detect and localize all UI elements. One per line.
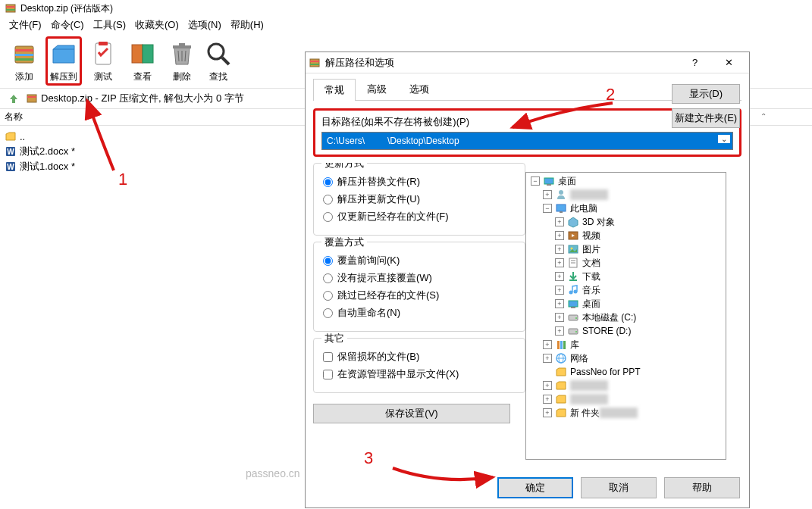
radio-skip-existing[interactable]: 跳过已经存在的文件(S)	[323, 289, 516, 302]
svg-point-47	[575, 331, 577, 333]
tree-item[interactable]: +文档	[528, 256, 724, 270]
toolbar-extract-to[interactable]: 解压到	[45, 36, 82, 86]
radio-no-prompt-overwrite[interactable]: 没有提示直接覆盖(W)	[323, 271, 516, 285]
column-name[interactable]: 名称	[5, 111, 114, 123]
menu-help[interactable]: 帮助(H)	[226, 17, 268, 33]
tree-expand-icon[interactable]: +	[555, 272, 564, 281]
watermark: passneo.cn	[246, 467, 300, 479]
tree-expand-icon[interactable]: +	[555, 245, 564, 254]
menu-tools[interactable]: 工具(S)	[89, 17, 130, 33]
svg-rect-2	[6, 9, 15, 11]
svg-rect-4	[15, 49, 33, 52]
music-icon	[567, 284, 579, 296]
desktop-icon	[543, 175, 555, 187]
menu-command[interactable]: 命令(C)	[46, 17, 89, 33]
tree-item[interactable]: +下载	[528, 270, 724, 283]
target-path-input[interactable]	[321, 132, 733, 150]
tree-expand-icon[interactable]: +	[555, 258, 564, 267]
svg-rect-50	[563, 341, 566, 349]
path-dropdown-icon[interactable]: ⌄	[718, 135, 730, 143]
save-settings-button[interactable]: 保存设置(V)	[313, 404, 510, 423]
display-button[interactable]: 显示(D)	[672, 84, 740, 104]
tree-expand-icon[interactable]: +	[555, 231, 564, 240]
tree-collapse-icon[interactable]: −	[531, 176, 540, 186]
tree-item[interactable]: +	[528, 379, 724, 392]
tree-item[interactable]: +新 件夹	[528, 406, 724, 420]
tree-item[interactable]: −此电脑	[528, 201, 724, 215]
dialog-title: 解压路径和选项	[325, 56, 678, 70]
radio-ask-overwrite[interactable]: 覆盖前询问(K)	[323, 254, 516, 267]
tree-expand-icon[interactable]: +	[543, 190, 552, 199]
tree-item[interactable]: +网络	[528, 351, 724, 365]
menu-file[interactable]: 文件(F)	[5, 17, 46, 33]
svg-rect-48	[557, 341, 560, 349]
ok-button[interactable]: 确定	[497, 477, 573, 498]
path-text: Desktop.zip - ZIP 压缩文件, 解包大小为 0 字节	[41, 92, 244, 105]
tree-expand-icon[interactable]: +	[543, 381, 552, 390]
tree-collapse-icon[interactable]: −	[543, 204, 552, 213]
tree-item[interactable]: −桌面	[528, 174, 724, 188]
tab-options[interactable]: 选项	[398, 78, 440, 100]
svg-rect-8	[99, 42, 108, 45]
tree-item[interactable]: +库	[528, 338, 724, 351]
tree-expand-icon[interactable]: +	[555, 326, 564, 336]
up-icon[interactable]	[8, 92, 20, 105]
svg-rect-43	[571, 307, 575, 308]
svg-rect-6	[15, 58, 33, 61]
folder-tree[interactable]: −桌面+−此电脑+3D 对象+视频+图片+文档+下载+音乐+桌面+本地磁盘 (C…	[525, 172, 726, 460]
tree-expand-icon[interactable]: +	[555, 313, 564, 322]
tab-advanced[interactable]: 高级	[356, 78, 398, 100]
word-icon: W	[5, 145, 17, 158]
toolbar-view[interactable]: 查看	[124, 36, 161, 86]
svg-rect-25	[310, 61, 319, 62]
check-keep-broken[interactable]: 保留损坏的文件(B)	[323, 350, 516, 364]
update-mode-group: 更新方式 解压并替换文件(R) 解压并更新文件(U) 仅更新已经存在的文件(F)	[313, 163, 525, 236]
tree-item[interactable]: +音乐	[528, 283, 724, 297]
toolbar-delete[interactable]: 删除	[164, 36, 200, 86]
tree-item[interactable]: +视频	[528, 229, 724, 242]
cancel-button[interactable]: 取消	[581, 477, 657, 498]
tree-expand-icon[interactable]: +	[543, 354, 552, 363]
tree-item[interactable]: PassNeo for PPT	[528, 365, 724, 379]
dialog-close-button[interactable]: ✕	[712, 52, 746, 73]
other-options-group: 其它 保留损坏的文件(B) 在资源管理器中显示文件(X)	[313, 338, 525, 393]
folder-icon	[555, 407, 567, 419]
toolbar-add[interactable]: 添加	[6, 36, 42, 86]
radio-update-existing[interactable]: 仅更新已经存在的文件(F)	[323, 210, 516, 223]
folder-icon	[555, 379, 567, 392]
overwrite-mode-group: 覆盖方式 覆盖前询问(K) 没有提示直接覆盖(W) 跳过已经存在的文件(S) 自…	[313, 242, 525, 332]
desktop-icon	[567, 298, 579, 310]
check-show-explorer[interactable]: 在资源管理器中显示文件(X)	[323, 367, 516, 381]
menu-favorites[interactable]: 收藏夹(O)	[130, 17, 183, 33]
svg-point-41	[574, 290, 578, 294]
radio-auto-rename[interactable]: 自动重命名(N)	[323, 306, 516, 320]
svg-rect-0	[6, 5, 15, 12]
menu-options[interactable]: 选项(N)	[183, 17, 226, 33]
tree-expand-icon[interactable]: +	[555, 286, 564, 295]
dialog-help-button[interactable]: ?	[678, 52, 712, 73]
tree-item[interactable]: +	[528, 392, 724, 406]
help-button[interactable]: 帮助	[664, 477, 740, 498]
svg-rect-24	[310, 59, 319, 67]
3d-icon	[567, 216, 579, 228]
tree-item[interactable]: +	[528, 188, 724, 201]
tree-expand-icon[interactable]: +	[543, 340, 552, 349]
tab-general[interactable]: 常规	[313, 79, 356, 101]
tree-item[interactable]: +图片	[528, 242, 724, 256]
pc-icon	[555, 202, 567, 214]
tree-expand-icon[interactable]: +	[555, 299, 564, 308]
new-folder-button[interactable]: 新建文件夹(E)	[672, 108, 740, 128]
toolbar-test[interactable]: 测试	[85, 36, 121, 86]
tree-item[interactable]: +3D 对象	[528, 215, 724, 229]
tree-item[interactable]: +本地磁盘 (C:)	[528, 311, 724, 324]
tree-expand-icon[interactable]: +	[543, 408, 552, 417]
tree-expand-icon[interactable]: +	[543, 395, 552, 404]
toolbar-find[interactable]: 查找	[203, 36, 234, 86]
tree-item[interactable]: +桌面	[528, 297, 724, 311]
radio-extract-update[interactable]: 解压并更新文件(U)	[323, 192, 516, 206]
tree-expand-icon[interactable]: +	[555, 217, 564, 226]
svg-line-17	[222, 58, 229, 64]
radio-extract-replace[interactable]: 解压并替换文件(R)	[323, 175, 516, 189]
tree-item[interactable]: +STORE (D:)	[528, 324, 724, 338]
winrar-icon	[309, 57, 321, 69]
